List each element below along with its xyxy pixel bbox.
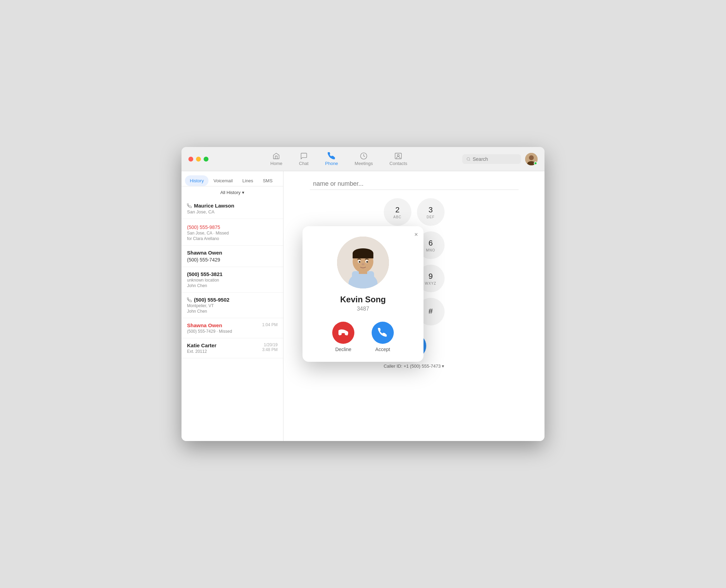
search-icon	[466, 157, 471, 162]
call-item-detail: unknown location	[187, 278, 278, 283]
online-indicator	[534, 162, 537, 165]
nav-home-label: Home	[270, 161, 282, 166]
list-item[interactable]: Shawna Owen (500) 555-7429	[182, 246, 283, 267]
phone-icon	[187, 297, 192, 302]
incoming-call-modal: ×	[302, 226, 424, 362]
tab-lines[interactable]: Lines	[238, 175, 258, 186]
accept-label: Accept	[375, 347, 390, 352]
nav-contacts-label: Contacts	[390, 161, 407, 166]
call-item-number: (500) 555-7429	[187, 257, 278, 263]
tab-sms[interactable]: SMS	[258, 175, 277, 186]
call-item-detail2: John Chen	[187, 283, 278, 288]
call-item-location: San Jose, CA	[187, 209, 278, 214]
decline-icon	[338, 328, 348, 338]
svg-point-2	[398, 154, 400, 156]
call-item-detail: Montpelier, VT	[187, 303, 278, 308]
minimize-button[interactable]	[196, 157, 201, 162]
svg-rect-14	[353, 253, 373, 258]
traffic-lights	[188, 157, 208, 162]
nav-meetings-label: Meetings	[355, 161, 373, 166]
user-avatar-container[interactable]	[525, 153, 538, 165]
caller-id-label: Caller ID: +1 (500) 555-7473	[384, 364, 441, 369]
list-item[interactable]: (500) 555-3821 unknown location John Che…	[182, 267, 283, 293]
caller-ext: 3487	[357, 306, 369, 312]
nav-bar: Home Chat Phone	[215, 149, 462, 169]
decline-btn-wrap: Decline	[332, 322, 354, 352]
dial-search-input[interactable]	[310, 178, 519, 190]
filter-row[interactable]: All History ▾	[182, 186, 283, 199]
caller-avatar	[337, 237, 389, 288]
key-3[interactable]: 3DEF	[417, 198, 445, 226]
call-item-detail: Ext. 20112	[187, 349, 216, 354]
call-time: 3:48 PM	[262, 347, 278, 352]
tab-voicemail[interactable]: Voicemail	[208, 175, 238, 186]
call-item-name: Maurice Lawson	[187, 203, 278, 209]
list-item[interactable]: (500) 555-9875 San Jose, CA · Missed for…	[182, 219, 283, 246]
decline-button[interactable]	[332, 322, 354, 344]
svg-point-3	[467, 157, 470, 160]
list-item[interactable]: Maurice Lawson San Jose, CA	[182, 199, 283, 219]
nav-phone[interactable]: Phone	[317, 149, 346, 169]
call-item-detail2: for Clara Arellano	[187, 236, 278, 241]
modal-actions: Decline Accept	[332, 322, 394, 352]
tab-history[interactable]: History	[185, 175, 208, 186]
nav-contacts[interactable]: Contacts	[381, 149, 416, 169]
svg-point-18	[366, 261, 368, 263]
titlebar: Home Chat Phone	[182, 147, 544, 171]
svg-point-6	[529, 155, 534, 160]
nav-chat-label: Chat	[299, 161, 308, 166]
left-panel: History Voicemail Lines SMS All History …	[182, 171, 283, 441]
maximize-button[interactable]	[204, 157, 208, 162]
accept-icon	[378, 328, 388, 338]
accept-button[interactable]	[372, 322, 394, 344]
filter-chevron: ▾	[242, 190, 244, 195]
call-item-name: (500) 555-9502	[187, 297, 278, 303]
call-item-detail2: John Chen	[187, 309, 278, 314]
search-input[interactable]	[473, 156, 517, 162]
call-row: Katie Carter Ext. 20112 1/20/19 3:48 PM	[187, 342, 278, 354]
phone-icon	[187, 203, 192, 208]
nav-chat[interactable]: Chat	[291, 149, 317, 169]
close-button[interactable]	[188, 157, 193, 162]
call-item-name: Katie Carter	[187, 342, 216, 348]
nav-phone-label: Phone	[325, 161, 338, 166]
call-missed-name: Shawna Owen	[187, 322, 232, 328]
list-item[interactable]: Shawna Owen (500) 555-7429 · Missed 1:04…	[182, 318, 283, 338]
tabs-row: History Voicemail Lines SMS	[182, 171, 283, 186]
call-date: 1/20/19	[262, 342, 278, 347]
app-window: Home Chat Phone	[182, 147, 544, 441]
svg-line-4	[469, 160, 470, 160]
key-2[interactable]: 2ABC	[384, 198, 411, 226]
call-item-detail: San Jose, CA · Missed	[187, 231, 278, 236]
decline-label: Decline	[335, 347, 352, 352]
modal-close-button[interactable]: ×	[414, 231, 418, 238]
svg-rect-1	[395, 153, 401, 159]
list-item[interactable]: (500) 555-9502 Montpelier, VT John Chen	[182, 293, 283, 318]
nav-meetings[interactable]: Meetings	[346, 149, 381, 169]
call-row: Shawna Owen (500) 555-7429 · Missed 1:04…	[187, 322, 278, 334]
caller-id-chevron: ▾	[442, 364, 444, 369]
caller-avatar-image	[337, 237, 389, 288]
caller-id-row[interactable]: Caller ID: +1 (500) 555-7473 ▾	[384, 364, 445, 369]
call-item-name: Shawna Owen	[187, 250, 278, 256]
accept-btn-wrap: Accept	[372, 322, 394, 352]
call-item-detail: (500) 555-7429 · Missed	[187, 329, 232, 334]
svg-point-17	[359, 261, 361, 263]
call-time: 1:04 PM	[262, 322, 278, 327]
search-bar[interactable]	[462, 154, 521, 164]
filter-label: All History	[220, 190, 241, 195]
list-item[interactable]: Katie Carter Ext. 20112 1/20/19 3:48 PM	[182, 338, 283, 358]
call-item-name: (500) 555-3821	[187, 271, 278, 277]
call-missed-number: (500) 555-9875	[187, 224, 278, 230]
svg-point-19	[362, 263, 364, 265]
caller-name: Kevin Song	[340, 295, 386, 304]
call-list: Maurice Lawson San Jose, CA (500) 555-98…	[182, 199, 283, 441]
nav-home[interactable]: Home	[262, 149, 291, 169]
